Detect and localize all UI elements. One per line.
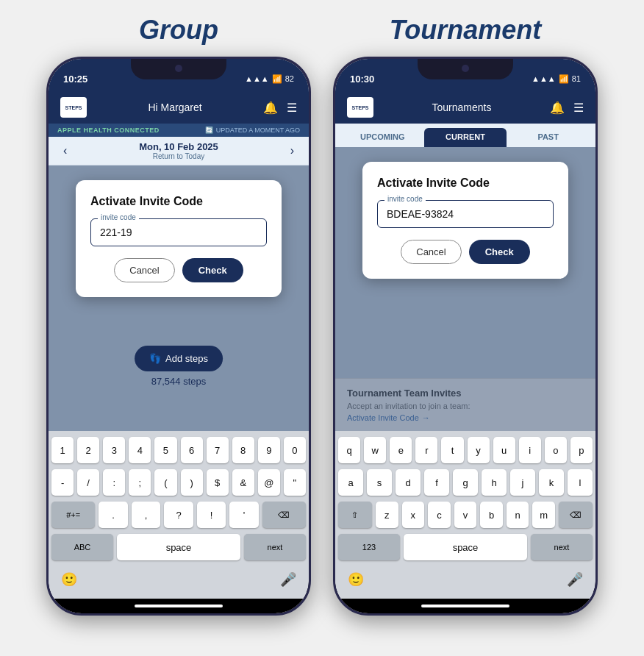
key-h[interactable]: h bbox=[482, 469, 507, 496]
group-cancel-button[interactable]: Cancel bbox=[114, 258, 174, 282]
group-phone-screen: 10:25 ▲▲▲ 📶 82 STEPS Hi Margaret 🔔 bbox=[49, 59, 309, 613]
key-r[interactable]: r bbox=[415, 437, 437, 463]
key-dollar[interactable]: $ bbox=[207, 469, 229, 496]
key-f[interactable]: f bbox=[424, 469, 449, 496]
key-t-space[interactable]: space bbox=[404, 534, 527, 560]
add-steps-button[interactable]: 👣 Add steps bbox=[135, 346, 223, 371]
key-abc[interactable]: ABC bbox=[51, 534, 113, 560]
key-n[interactable]: n bbox=[507, 502, 529, 528]
key-quote[interactable]: " bbox=[284, 469, 306, 496]
key-l[interactable]: l bbox=[568, 469, 593, 496]
key-period[interactable]: . bbox=[99, 502, 128, 528]
tournament-modal-title: Activate Invite Code bbox=[377, 177, 554, 190]
key-m[interactable]: m bbox=[532, 502, 555, 528]
page-container: Group 10:25 ▲▲▲ 📶 82 STEPS bbox=[0, 0, 644, 656]
key-comma[interactable]: , bbox=[132, 502, 161, 528]
key-7[interactable]: 7 bbox=[207, 437, 229, 463]
steps-count: 87,544 steps bbox=[151, 376, 206, 387]
prev-date-btn[interactable]: ‹ bbox=[63, 144, 67, 157]
group-nav-bar: STEPS Hi Margaret 🔔 ☰ bbox=[49, 91, 309, 124]
key-space[interactable]: space bbox=[117, 534, 240, 560]
key-t-next[interactable]: next bbox=[531, 534, 593, 560]
t-menu-icon[interactable]: ☰ bbox=[573, 101, 584, 115]
key-g[interactable]: g bbox=[453, 469, 478, 496]
key-t[interactable]: t bbox=[441, 437, 463, 463]
key-q[interactable]: q bbox=[338, 437, 360, 463]
key-dash[interactable]: - bbox=[51, 469, 74, 496]
key-p[interactable]: p bbox=[570, 437, 593, 463]
key-lparen[interactable]: ( bbox=[154, 469, 176, 496]
tournament-cancel-button[interactable]: Cancel bbox=[401, 240, 461, 264]
key-s[interactable]: s bbox=[367, 469, 392, 496]
key-5[interactable]: 5 bbox=[154, 437, 176, 463]
key-e[interactable]: e bbox=[390, 437, 412, 463]
key-amp[interactable]: & bbox=[232, 469, 254, 496]
group-home-indicator bbox=[49, 599, 309, 613]
tab-past[interactable]: PAST bbox=[507, 128, 590, 147]
key-a[interactable]: a bbox=[338, 469, 363, 496]
key-rparen[interactable]: ) bbox=[181, 469, 203, 496]
tournament-modal-box: Activate Invite Code invite code Cancel … bbox=[362, 162, 568, 279]
key-next[interactable]: next bbox=[244, 534, 306, 560]
group-code-input[interactable] bbox=[90, 218, 267, 246]
key-question[interactable]: ? bbox=[164, 502, 193, 528]
key-backspace[interactable]: ⌫ bbox=[262, 502, 306, 528]
t-wifi-icon: 📶 bbox=[559, 74, 569, 84]
key-2[interactable]: 2 bbox=[77, 437, 99, 463]
date-sub: Return to Today bbox=[139, 152, 218, 160]
key-b[interactable]: b bbox=[480, 502, 503, 528]
t-bell-icon[interactable]: 🔔 bbox=[550, 101, 565, 115]
menu-icon[interactable]: ☰ bbox=[287, 101, 297, 115]
key-9[interactable]: 9 bbox=[258, 437, 280, 463]
tab-upcoming[interactable]: UPCOMING bbox=[341, 128, 424, 147]
group-status-bar: 10:25 ▲▲▲ 📶 82 bbox=[49, 59, 309, 91]
key-colon[interactable]: : bbox=[103, 469, 125, 496]
key-k[interactable]: k bbox=[539, 469, 564, 496]
key-semi[interactable]: ; bbox=[129, 469, 151, 496]
key-c[interactable]: c bbox=[428, 502, 451, 528]
key-mic[interactable]: 🎤 bbox=[271, 566, 306, 593]
key-exclaim[interactable]: ! bbox=[197, 502, 226, 528]
key-u[interactable]: u bbox=[493, 437, 515, 463]
key-at[interactable]: @ bbox=[258, 469, 280, 496]
wifi-icon: 📶 bbox=[272, 74, 282, 84]
key-t-mic[interactable]: 🎤 bbox=[557, 566, 593, 593]
key-4[interactable]: 4 bbox=[129, 437, 151, 463]
key-symbols[interactable]: #+= bbox=[51, 502, 95, 528]
key-shift[interactable]: ⇧ bbox=[338, 502, 372, 528]
group-key-row-4: ABC space next bbox=[51, 534, 306, 560]
key-8[interactable]: 8 bbox=[232, 437, 254, 463]
key-z[interactable]: z bbox=[376, 502, 398, 528]
key-t-emoji[interactable]: 🙂 bbox=[338, 566, 373, 593]
group-key-row-1: 1 2 3 4 5 6 7 8 9 0 bbox=[51, 437, 306, 463]
t-battery-icon: 81 bbox=[572, 74, 581, 83]
key-123[interactable]: 123 bbox=[338, 534, 400, 560]
tournament-code-input[interactable] bbox=[377, 200, 554, 228]
key-1[interactable]: 1 bbox=[51, 437, 74, 463]
key-i[interactable]: i bbox=[519, 437, 541, 463]
key-y[interactable]: y bbox=[468, 437, 490, 463]
group-keyboard: 1 2 3 4 5 6 7 8 9 0 - / : bbox=[49, 431, 309, 599]
next-date-btn[interactable]: › bbox=[290, 144, 294, 157]
key-d[interactable]: d bbox=[396, 469, 421, 496]
tournament-title: Tournament bbox=[390, 15, 542, 46]
key-j[interactable]: j bbox=[510, 469, 535, 496]
key-w[interactable]: w bbox=[364, 437, 386, 463]
key-apostrophe[interactable]: ' bbox=[229, 502, 259, 528]
tournament-nav-logo: STEPS bbox=[347, 97, 373, 118]
key-6[interactable]: 6 bbox=[181, 437, 203, 463]
key-o[interactable]: o bbox=[545, 437, 567, 463]
key-t-backspace[interactable]: ⌫ bbox=[559, 502, 593, 528]
key-slash[interactable]: / bbox=[77, 469, 99, 496]
bell-icon[interactable]: 🔔 bbox=[263, 101, 278, 115]
group-check-button[interactable]: Check bbox=[182, 258, 243, 282]
key-3[interactable]: 3 bbox=[103, 437, 125, 463]
key-x[interactable]: x bbox=[402, 502, 425, 528]
key-0[interactable]: 0 bbox=[284, 437, 306, 463]
key-v[interactable]: v bbox=[454, 502, 477, 528]
tab-current[interactable]: CURRENT bbox=[424, 128, 507, 147]
tournament-check-button[interactable]: Check bbox=[469, 240, 530, 264]
key-emoji[interactable]: 🙂 bbox=[51, 566, 87, 593]
tournament-tabs-bar: UPCOMING CURRENT PAST bbox=[335, 124, 595, 147]
tournament-status-time: 10:30 bbox=[350, 74, 374, 85]
